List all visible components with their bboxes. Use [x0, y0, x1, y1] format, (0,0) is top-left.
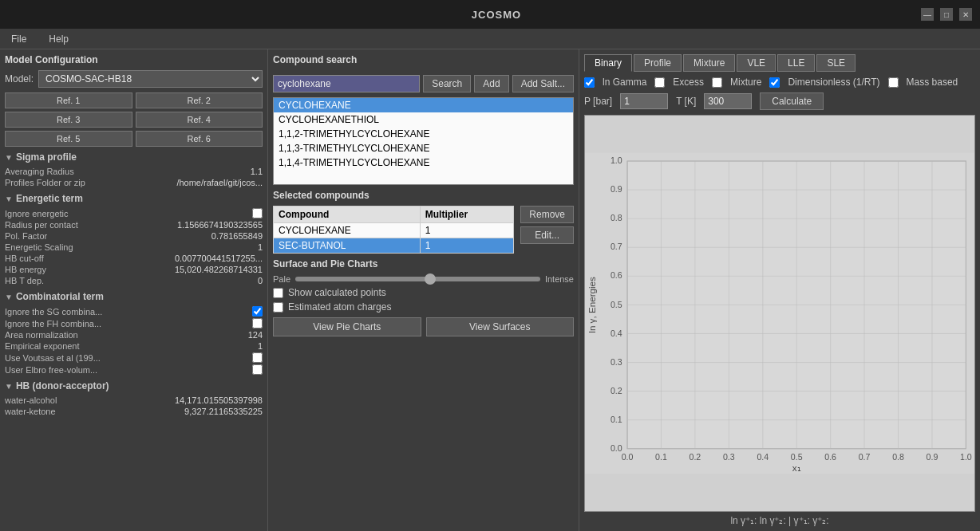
- excess-checkbox[interactable]: [654, 77, 665, 88]
- svg-text:ln γ, Energies: ln γ, Energies: [587, 277, 597, 333]
- compound-list[interactable]: CYCLOHEXANE CYCLOHEXANETHIOL 1,1,2-TRIME…: [273, 97, 574, 185]
- maximize-button[interactable]: □: [940, 8, 953, 21]
- empirical-exp-label: Empirical exponent: [5, 341, 80, 351]
- menu-file[interactable]: File: [6, 32, 31, 46]
- slider-track[interactable]: [295, 277, 540, 281]
- ref6-button[interactable]: Ref. 6: [136, 131, 263, 147]
- compound-cell: SEC-BUTANOL: [274, 238, 421, 254]
- mass-based-label: Mass based: [907, 77, 958, 88]
- multiplier-cell: 1: [420, 223, 514, 238]
- slider-thumb[interactable]: [425, 273, 436, 285]
- energetic-scaling-label: Energetic Scaling: [5, 242, 73, 252]
- energetic-scaling-row: Energetic Scaling 1: [5, 242, 263, 253]
- tab-binary[interactable]: Binary: [584, 54, 632, 72]
- user-elbro-row: User Elbro free-volum...: [5, 364, 263, 376]
- user-elbro-checkbox[interactable]: [252, 364, 263, 375]
- ref1-button[interactable]: Ref. 1: [5, 92, 132, 108]
- hb-cutoff-label: HB cut-off: [5, 254, 44, 263]
- area-norm-value: 124: [248, 330, 263, 340]
- hb-donor-header[interactable]: ▼ HB (donor-acceptor): [5, 380, 263, 391]
- ln-gamma-label: ln Gamma: [603, 77, 646, 88]
- water-alcohol-value: 14,171.015505397998: [175, 395, 263, 405]
- radius-contact-row: Radius per contact 1.1566674190323565: [5, 219, 263, 230]
- tab-vle[interactable]: VLE: [737, 54, 776, 72]
- ref4-button[interactable]: Ref. 4: [136, 112, 263, 128]
- close-button[interactable]: ✕: [959, 8, 972, 21]
- area-norm-label: Area normalization: [5, 330, 78, 340]
- svg-text:0.3: 0.3: [723, 452, 735, 462]
- minimize-button[interactable]: —: [921, 8, 934, 21]
- ref-grid: Ref. 1 Ref. 2 Ref. 3 Ref. 4 Ref. 5 Ref. …: [5, 92, 263, 147]
- list-item[interactable]: CYCLOHEXANE: [274, 98, 573, 112]
- view-surfaces-button[interactable]: View Surfaces: [426, 317, 575, 336]
- t-k-input[interactable]: [704, 93, 752, 109]
- ignore-fh-checkbox[interactable]: [252, 318, 263, 328]
- list-item[interactable]: 1,1,4-TRIMETHYLCYCLOHEXANE: [274, 155, 573, 170]
- ln-gamma-checkbox[interactable]: [584, 77, 595, 88]
- ignore-fh-label: Ignore the FH combina...: [5, 319, 101, 328]
- estimated-atom-row: Estimated atom charges: [273, 301, 574, 313]
- averaging-radius-row: Averaging Radius 1.1: [5, 166, 263, 177]
- window-controls[interactable]: — □ ✕: [921, 8, 972, 21]
- tab-sle[interactable]: SLE: [816, 54, 856, 72]
- edit-button[interactable]: Edit...: [520, 226, 574, 244]
- table-row[interactable]: SEC-BUTANOL 1: [274, 238, 514, 254]
- ignore-sg-label: Ignore the SG combina...: [5, 307, 102, 317]
- energetic-term-header[interactable]: ▼ Energetic term: [5, 193, 263, 204]
- water-ketone-label: water-ketone: [5, 407, 56, 416]
- model-select[interactable]: COSMO-SAC-HB18: [38, 70, 263, 88]
- ref2-button[interactable]: Ref. 2: [136, 92, 263, 108]
- ignore-sg-checkbox[interactable]: [252, 306, 263, 317]
- table-row[interactable]: CYCLOHEXANE 1: [274, 223, 514, 238]
- surface-pie-title: Surface and Pie Charts: [273, 258, 574, 269]
- model-row: Model: COSMO-SAC-HB18: [5, 70, 263, 88]
- chart-svg: 1.0 0.9 0.8 0.7 0.6 0.5 0.4 0.3 0.2 0.1 …: [585, 116, 974, 511]
- selected-table-wrapper: Compound Multiplier CYCLOHEXANE 1 SEC-BU…: [273, 206, 514, 254]
- hb-energy-row: HB energy 15,020.482268714331: [5, 264, 263, 275]
- use-voutsas-checkbox[interactable]: [252, 352, 263, 363]
- combinatorial-term-header[interactable]: ▼ Combinatorial term: [5, 291, 263, 302]
- tab-profile[interactable]: Profile: [634, 54, 682, 72]
- add-button[interactable]: Add: [474, 75, 508, 92]
- view-pie-charts-button[interactable]: View Pie Charts: [273, 317, 421, 336]
- mass-based-checkbox[interactable]: [888, 77, 899, 88]
- tab-lle[interactable]: LLE: [777, 54, 815, 72]
- search-button[interactable]: Search: [423, 75, 471, 92]
- ref3-button[interactable]: Ref. 3: [5, 112, 132, 128]
- show-calculated-row: Show calculated points: [273, 287, 574, 298]
- show-calculated-checkbox[interactable]: [273, 288, 283, 298]
- selected-compounds-table: Compound Multiplier CYCLOHEXANE 1 SEC-BU…: [273, 206, 514, 254]
- search-area: Search Add Add Salt...: [273, 75, 574, 92]
- model-config-title: Model Configuration: [5, 54, 263, 65]
- water-ketone-value: 9,327.21165335225: [184, 407, 263, 416]
- hb-donor-label: HB (donor-acceptor): [16, 380, 109, 391]
- mixture-checkbox[interactable]: [712, 77, 722, 88]
- sigma-profile-label: Sigma profile: [16, 151, 77, 163]
- tab-mixture[interactable]: Mixture: [683, 54, 735, 72]
- remove-button[interactable]: Remove: [520, 206, 574, 223]
- sigma-profile-header[interactable]: ▼ Sigma profile: [5, 151, 263, 163]
- estimated-atom-checkbox[interactable]: [273, 302, 283, 313]
- ref5-button[interactable]: Ref. 5: [5, 131, 132, 147]
- list-item[interactable]: 1,1,2-TRIMETHYLCYCLOHEXANE: [274, 127, 573, 141]
- p-bar-input[interactable]: [620, 93, 668, 109]
- menu-help[interactable]: Help: [44, 32, 73, 46]
- compound-cell: CYCLOHEXANE: [274, 223, 421, 238]
- list-item[interactable]: CYCLOHEXANETHIOL: [274, 112, 573, 127]
- dimensionless-checkbox[interactable]: [769, 77, 780, 88]
- svg-text:0.7: 0.7: [859, 452, 871, 462]
- ignore-energetic-checkbox[interactable]: [252, 208, 263, 218]
- hb-cutoff-value: 0.007700441517255...: [175, 254, 263, 263]
- search-input[interactable]: [273, 75, 420, 92]
- profiles-folder-label: Profiles Folder or zip: [5, 178, 85, 187]
- selected-area: Compound Multiplier CYCLOHEXANE 1 SEC-BU…: [273, 206, 574, 254]
- use-voutsas-row: Use Voutsas et al (199...: [5, 352, 263, 364]
- energetic-term-label: Energetic term: [16, 193, 83, 204]
- add-salt-button[interactable]: Add Salt...: [512, 75, 574, 92]
- svg-text:0.8: 0.8: [611, 213, 622, 222]
- list-item[interactable]: 1,1,3-TRIMETHYLCYCLOHEXANE: [274, 141, 573, 155]
- chart-container: 1.0 0.9 0.8 0.7 0.6 0.5 0.4 0.3 0.2 0.1 …: [584, 115, 975, 512]
- energetic-scaling-value: 1: [258, 242, 263, 252]
- hb-energy-label: HB energy: [5, 265, 46, 274]
- calculate-button[interactable]: Calculate: [760, 92, 824, 110]
